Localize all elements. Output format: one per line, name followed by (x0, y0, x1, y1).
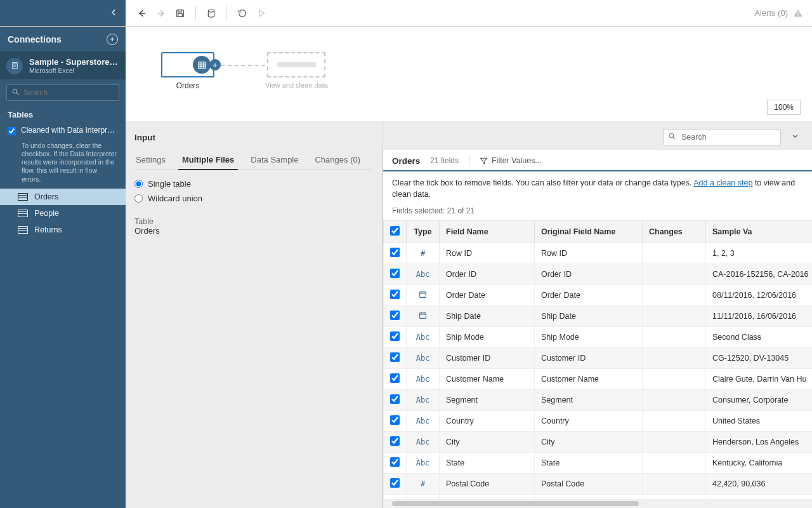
field-row[interactable]: AbcCustomer IDCustomer IDCG-12520, DV-13… (384, 348, 813, 369)
field-row[interactable]: AbcShip ModeShip ModeSecond Class (384, 327, 813, 348)
field-count: 21 fields (430, 156, 459, 165)
header-checkbox[interactable] (384, 221, 407, 243)
field-row[interactable]: AbcStateStateKentucky, California (384, 453, 813, 474)
field-checkbox[interactable] (390, 436, 400, 446)
svg-rect-2 (178, 13, 183, 17)
data-panel-message: Clear the tick box to remove fields. You… (383, 171, 812, 203)
filter-values-button[interactable]: Filter Values... (480, 156, 542, 165)
config-tab[interactable]: Multiple Files (181, 151, 235, 170)
connection-item[interactable]: Sample - Superstore.... Microsoft Excel (0, 52, 126, 79)
number-type-icon: # (421, 249, 425, 258)
config-tab[interactable]: Settings (134, 151, 167, 170)
field-row[interactable]: AbcCityCityHenderson, Los Angeles (384, 432, 813, 453)
field-checkbox[interactable] (390, 478, 400, 488)
field-checkbox[interactable] (390, 394, 400, 404)
field-row[interactable]: AbcCustomer NameCustomer NameClaire Gute… (384, 369, 813, 390)
fields-selected-label: Fields selected: 21 of 21 (383, 203, 812, 220)
field-name-cell: Country (440, 411, 535, 432)
sidebar-search-input[interactable] (6, 84, 119, 101)
expand-panel-button[interactable] (787, 132, 803, 142)
save-button[interactable] (173, 6, 188, 21)
alerts-indicator[interactable]: Alerts (0) (754, 8, 803, 18)
search-icon (11, 88, 20, 98)
sample-cell: 11/11/2016, 16/06/2016 (706, 306, 813, 327)
field-name-cell: Region (440, 495, 535, 500)
header-field-name[interactable]: Field Name (440, 221, 535, 243)
field-checkbox[interactable] (390, 373, 400, 383)
add-connection-button[interactable]: + (107, 34, 118, 45)
original-name-cell: State (535, 453, 643, 474)
database-button[interactable] (204, 6, 219, 21)
field-name-cell: Ship Mode (440, 327, 535, 348)
field-row[interactable]: AbcOrder IDOrder IDCA-2016-152156, CA-20… (384, 264, 813, 285)
header-type[interactable]: Type (407, 221, 440, 243)
changes-cell (643, 453, 706, 474)
data-interpreter-note: To undo changes, clear the checkbox. If … (0, 142, 126, 189)
field-checkbox[interactable] (390, 269, 400, 278)
date-type-icon (419, 312, 427, 321)
field-row[interactable]: AbcSegmentSegmentConsumer, Corporate (384, 390, 813, 411)
svg-point-3 (208, 10, 214, 12)
data-interpreter-checkbox[interactable] (8, 127, 16, 135)
multifile-options: Single table Wildcard union (134, 179, 373, 203)
run-button[interactable] (254, 6, 269, 21)
header-original[interactable]: Original Field Name (535, 221, 643, 243)
field-name-cell: Customer ID (440, 348, 535, 369)
sample-cell: Kentucky, California (706, 453, 813, 474)
connection-type: Microsoft Excel (29, 67, 118, 74)
radio-wildcard-input[interactable] (134, 194, 143, 203)
string-type-icon: Abc (416, 333, 430, 342)
changes-cell (643, 411, 706, 432)
changes-cell (643, 348, 706, 369)
field-row[interactable]: AbcRegionRegionSouth, West (384, 495, 813, 500)
fields-table-wrap[interactable]: Type Field Name Original Field Name Chan… (383, 220, 812, 499)
field-name-cell: City (440, 432, 535, 453)
input-header-row: Input (134, 127, 803, 147)
original-name-cell: Ship Date (535, 306, 643, 327)
flow-placeholder[interactable]: View and clean data (265, 52, 328, 89)
refresh-button[interactable] (235, 6, 250, 21)
forward-button[interactable] (154, 6, 169, 21)
header-changes[interactable]: Changes (643, 221, 706, 243)
field-row[interactable]: AbcCountryCountryUnited States (384, 411, 813, 432)
add-clean-step-link[interactable]: Add a clean step (693, 178, 752, 187)
changes-cell (643, 474, 706, 495)
field-checkbox[interactable] (390, 457, 400, 467)
toolbar-divider (195, 6, 196, 20)
field-checkbox[interactable] (390, 415, 400, 425)
field-checkbox[interactable] (390, 290, 400, 299)
horizontal-scrollbar[interactable] (383, 499, 812, 508)
field-row[interactable]: Order DateOrder Date08/11/2016, 12/06/20… (384, 285, 813, 306)
radio-wildcard-union[interactable]: Wildcard union (134, 194, 373, 203)
field-checkbox[interactable] (390, 352, 400, 362)
data-interpreter-toggle[interactable]: Cleaned with Data Interpre... (0, 123, 126, 142)
sidebar-table-item[interactable]: People (0, 205, 126, 222)
alerts-label: Alerts (0) (754, 8, 788, 18)
table-icon (18, 193, 28, 201)
main-search-input[interactable] (663, 129, 781, 145)
field-row[interactable]: Ship DateShip Date11/11/2016, 16/06/2016 (384, 306, 813, 327)
radio-single-input[interactable] (134, 180, 143, 188)
flow-node-orders[interactable]: + Orders (161, 52, 214, 90)
original-name-cell: Customer ID (535, 348, 643, 369)
search-icon (668, 132, 676, 142)
radio-single-table[interactable]: Single table (134, 179, 373, 189)
config-tab[interactable]: Data Sample (249, 151, 299, 170)
collapse-sidebar-icon[interactable] (110, 8, 118, 18)
flow-canvas[interactable]: + Orders View and clean data 100% (126, 27, 812, 122)
sidebar-table-item[interactable]: Returns (0, 222, 126, 238)
zoom-indicator[interactable]: 100% (767, 100, 801, 115)
field-checkbox[interactable] (390, 311, 400, 320)
sidebar-table-item[interactable]: Orders (0, 189, 126, 205)
field-checkbox[interactable] (390, 331, 400, 341)
field-row[interactable]: #Row IDRow ID1, 2, 3 (384, 243, 813, 264)
field-name-cell: Row ID (440, 243, 535, 264)
add-step-button[interactable]: + (209, 59, 221, 70)
changes-cell (643, 495, 706, 500)
header-sample[interactable]: Sample Va (706, 221, 813, 243)
back-button[interactable] (134, 6, 150, 21)
config-tab[interactable]: Changes (0) (313, 151, 362, 170)
field-checkbox[interactable] (390, 248, 400, 257)
field-row[interactable]: #Postal CodePostal Code42,420, 90,036 (384, 474, 813, 495)
svg-rect-4 (797, 12, 798, 15)
